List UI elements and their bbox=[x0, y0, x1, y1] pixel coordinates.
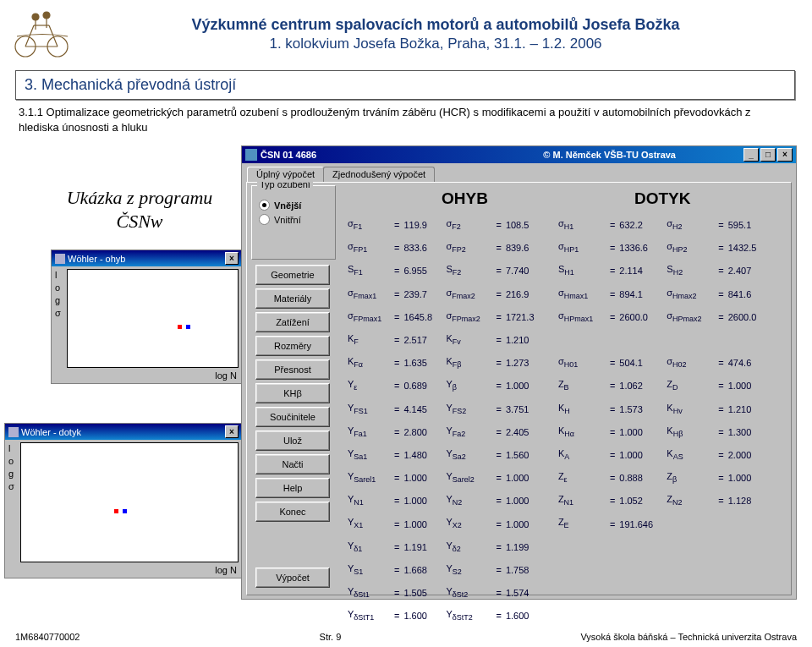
param-label: YX2 bbox=[444, 513, 493, 535]
param-value: 632.2 bbox=[617, 215, 663, 236]
materi-ly-button[interactable]: Materiály bbox=[255, 288, 330, 309]
param-label: KFα bbox=[346, 353, 392, 374]
param-label: σHPmax1 bbox=[557, 307, 607, 328]
param-value: 894.1 bbox=[617, 284, 663, 305]
param-label: YSa2 bbox=[444, 445, 493, 466]
param-label: σFmax2 bbox=[444, 284, 493, 305]
param-value: 1.128 bbox=[727, 491, 772, 512]
param-value: 1.000 bbox=[617, 422, 663, 443]
sou-initele-button[interactable]: Součinitele bbox=[255, 407, 330, 427]
param-value bbox=[727, 513, 772, 535]
x-axis-label: log N bbox=[5, 564, 242, 578]
param-value: 1.000 bbox=[402, 491, 442, 512]
radio-vnitrni[interactable]: Vnitřní bbox=[259, 214, 328, 225]
param-value: 0.888 bbox=[617, 468, 663, 489]
param-value: 2.000 bbox=[727, 445, 772, 466]
heading-ohyb: OHYB bbox=[442, 189, 488, 208]
param-label bbox=[557, 537, 607, 558]
param-label: YSarel2 bbox=[444, 468, 493, 489]
param-label bbox=[557, 560, 607, 581]
results-table: σF1=119.9σF2=108.5σH1=632.2σH2=595.1σFP1… bbox=[344, 213, 774, 628]
plot-point-blue bbox=[186, 325, 190, 329]
close-icon[interactable]: × bbox=[225, 425, 239, 438]
wohler-ohyb-window: Wöhler - ohyb × logσ log N bbox=[51, 249, 243, 384]
param-label: KHβ bbox=[665, 422, 716, 443]
param-label: YFS1 bbox=[346, 399, 392, 420]
konec-button[interactable]: Konec bbox=[255, 502, 330, 522]
param-value: 1.758 bbox=[504, 560, 555, 581]
param-value: 2600.0 bbox=[727, 307, 772, 328]
param-value: 2.800 bbox=[402, 422, 442, 443]
param-label: σFP1 bbox=[346, 238, 392, 259]
p-esnost-button[interactable]: Přesnost bbox=[255, 359, 330, 380]
param-label: KHα bbox=[557, 422, 607, 443]
param-value: 1.300 bbox=[727, 422, 772, 443]
maximize-icon[interactable]: □ bbox=[760, 148, 776, 162]
param-label: σHPmax2 bbox=[665, 307, 716, 328]
param-label: ZD bbox=[665, 376, 716, 397]
param-value: 216.9 bbox=[504, 284, 555, 305]
param-value: 191.646 bbox=[617, 513, 663, 535]
param-value: 839.6 bbox=[504, 238, 555, 259]
na-ti-button[interactable]: Načti bbox=[255, 454, 330, 474]
wohler-dotyk-window: Wöhler - dotyk × logσ log N bbox=[4, 423, 243, 578]
rozm-ry-button[interactable]: Rozměry bbox=[255, 336, 330, 356]
param-label: KHv bbox=[665, 399, 716, 420]
svg-point-8 bbox=[43, 12, 50, 19]
param-label: KA bbox=[557, 445, 607, 466]
param-label: YδStT1 bbox=[346, 606, 392, 627]
param-value: 0.689 bbox=[402, 376, 442, 397]
param-label: YδSt1 bbox=[346, 583, 392, 604]
param-label: Yδ1 bbox=[346, 537, 392, 558]
footer-left: 1M6840770002 bbox=[15, 632, 80, 642]
param-value: 1.000 bbox=[504, 513, 555, 535]
param-label: YFS2 bbox=[444, 399, 493, 420]
param-label: σHP2 bbox=[665, 238, 716, 259]
button-column: GeometrieMateriályZatíženíRozměryPřesnos… bbox=[255, 265, 330, 522]
param-value: 1336.6 bbox=[617, 238, 663, 259]
param-value: 2600.0 bbox=[617, 307, 663, 328]
param-value: 1.210 bbox=[727, 399, 772, 420]
param-value: 1.000 bbox=[504, 468, 555, 489]
help-button[interactable]: Help bbox=[255, 478, 330, 498]
param-label: σFPmax2 bbox=[444, 307, 493, 328]
param-label: YδSt2 bbox=[444, 583, 493, 604]
param-label: YS2 bbox=[444, 560, 493, 581]
param-value: 1.668 bbox=[402, 560, 442, 581]
section-heading: 3. Mechanická převodná ústrojí bbox=[15, 70, 795, 100]
param-value: 474.6 bbox=[727, 353, 772, 374]
plot-point-red bbox=[114, 509, 118, 513]
param-value: 108.5 bbox=[504, 215, 555, 236]
param-label: Yβ bbox=[444, 376, 493, 397]
wohler-dotyk-title: Wöhler - dotyk bbox=[21, 427, 81, 437]
kh--button[interactable]: KHβ bbox=[255, 383, 330, 403]
param-value: 833.6 bbox=[402, 238, 442, 259]
tab-uplny[interactable]: Úplný výpočet bbox=[247, 167, 324, 182]
param-value: 1.480 bbox=[402, 445, 442, 466]
param-label: σF1 bbox=[346, 215, 392, 236]
param-value bbox=[727, 537, 772, 558]
param-label: Zε bbox=[557, 468, 607, 489]
ulo--button[interactable]: Ulož bbox=[255, 430, 330, 451]
param-label: σHmax2 bbox=[665, 284, 716, 305]
vypocet-button[interactable]: Výpočet bbox=[255, 567, 330, 588]
param-label: σFmax1 bbox=[346, 284, 392, 305]
geometrie-button[interactable]: Geometrie bbox=[255, 265, 330, 285]
param-value: 1.000 bbox=[727, 376, 772, 397]
close-icon[interactable]: × bbox=[225, 252, 239, 265]
close-icon[interactable]: × bbox=[777, 148, 793, 162]
app-icon bbox=[245, 149, 257, 161]
param-value: 1.210 bbox=[504, 330, 555, 351]
x-axis-label: log N bbox=[52, 370, 242, 383]
zat-en--button[interactable]: Zatížení bbox=[255, 312, 330, 332]
param-label: YFa1 bbox=[346, 422, 392, 443]
radio-vnejsi[interactable]: Vnější bbox=[259, 200, 328, 211]
param-value: 1.000 bbox=[617, 445, 663, 466]
param-value: 3.751 bbox=[504, 399, 555, 420]
param-label: σF2 bbox=[444, 215, 493, 236]
plot-point-blue bbox=[123, 509, 127, 513]
tab-zjednoduseny[interactable]: Zjednodušený výpočet bbox=[323, 167, 435, 182]
param-label bbox=[665, 560, 716, 581]
minimize-icon[interactable]: _ bbox=[743, 148, 759, 162]
param-label: σH02 bbox=[665, 353, 716, 374]
